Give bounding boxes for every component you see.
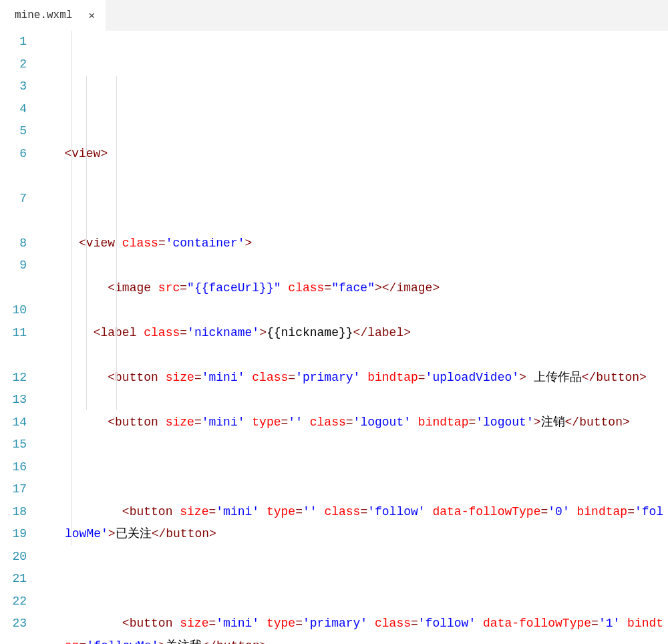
code-line: <button size='mini' type='' class='logou… — [43, 412, 664, 434]
line-number: 23 — [0, 613, 27, 635]
code-line: <button size='mini' type='primary' class… — [43, 613, 664, 644]
line-number: 1 — [0, 31, 27, 53]
line-number: 15 — [0, 434, 27, 456]
indent-guide — [71, 31, 72, 545]
line-number: 22 — [0, 591, 27, 613]
code-line: <button size='mini' type='' class='follo… — [43, 501, 664, 546]
code-line: <label class='nickname'>{{nickname}}</la… — [43, 322, 664, 345]
line-number: 4 — [0, 98, 27, 121]
line-number: 3 — [0, 75, 27, 98]
tab-bar: mine.wxml ✕ — [0, 0, 668, 31]
close-icon[interactable]: ✕ — [87, 9, 96, 22]
line-number: 11 — [0, 322, 27, 367]
line-number: 13 — [0, 389, 27, 412]
line-number: 14 — [0, 412, 27, 434]
line-number: 16 — [0, 456, 27, 479]
code-line: <view class='container'> — [43, 232, 664, 255]
code-editor[interactable]: 1 2 3 4 5 6 7 8 9 10 11 12 13 14 15 16 1… — [0, 31, 668, 644]
line-number: 20 — [0, 546, 27, 569]
code-content[interactable]: <view> <view class='container'> <image s… — [43, 31, 664, 644]
code-line: <button size='mini' class='primary' bind… — [43, 367, 664, 389]
line-number: 18 — [0, 501, 27, 524]
line-number: 17 — [0, 478, 27, 501]
line-number: 21 — [0, 568, 27, 591]
code-line — [43, 188, 664, 210]
line-number: 6 — [0, 143, 27, 188]
indent-guide — [116, 76, 117, 410]
code-line: <image src="{{faceUrl}}" class="face"></… — [43, 277, 664, 300]
line-number: 9 — [0, 255, 27, 299]
line-number: 10 — [0, 299, 27, 322]
line-number-gutter: 1 2 3 4 5 6 7 8 9 10 11 12 13 14 15 16 1… — [0, 31, 43, 644]
code-line — [43, 456, 664, 479]
indent-guide — [86, 76, 87, 410]
line-number: 2 — [0, 53, 27, 76]
line-number: 5 — [0, 120, 27, 143]
line-number: 12 — [0, 367, 27, 389]
line-number: 19 — [0, 523, 27, 546]
line-number: 8 — [0, 232, 27, 255]
tab-filename: mine.wxml — [15, 9, 72, 21]
tab-mine-wxml[interactable]: mine.wxml ✕ — [0, 0, 106, 31]
code-line — [43, 568, 664, 591]
line-number: 7 — [0, 188, 27, 232]
code-line: <view> — [43, 143, 664, 166]
